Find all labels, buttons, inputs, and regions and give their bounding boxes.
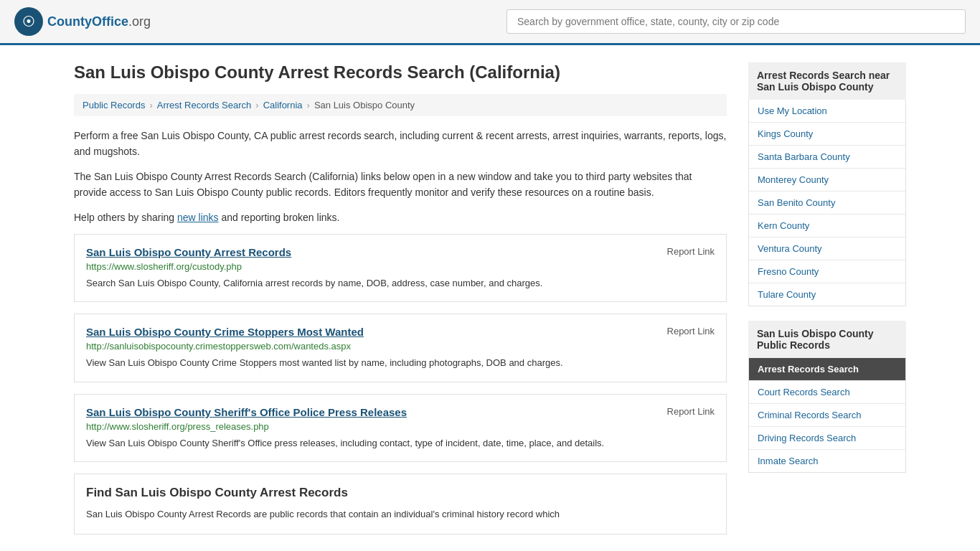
sidebar-nearby-list: Use My Location Kings County Santa Barba… [748,100,906,306]
arrest-records-search-link[interactable]: Arrest Records Search [749,358,905,380]
description-para3-after: and reporting broken links. [219,212,340,223]
tulare-county-link[interactable]: Tulare County [749,283,905,306]
record-desc-2: View San Luis Obispo County Crime Stoppe… [86,356,715,370]
page-title: San Luis Obispo County Arrest Records Se… [74,62,727,83]
sidebar-criminal-records-search[interactable]: Criminal Records Search [749,404,905,427]
sidebar-public-records-title: San Luis Obispo County Public Records [748,321,906,358]
sidebar: Arrest Records Search near San Luis Obis… [748,62,906,534]
sidebar-use-location[interactable]: Use My Location [749,100,905,123]
sidebar-county-fresno[interactable]: Fresno County [749,260,905,283]
record-desc-3: View San Luis Obispo County Sheriff's Of… [86,436,715,451]
sidebar-public-records-list: Arrest Records Search Court Records Sear… [748,358,906,473]
record-url-1: https://www.slosheriff.org/custody.php [86,261,715,272]
report-link-1[interactable]: Report Link [667,246,715,257]
breadcrumb: Public Records › Arrest Records Search ›… [74,94,727,116]
description-para3: Help others by sharing new links and rep… [74,209,727,225]
santa-barbara-county-link[interactable]: Santa Barbara County [749,146,905,168]
description-para3-before: Help others by sharing [74,212,177,223]
breadcrumb-sep-2: › [255,100,258,110]
find-section: Find San Luis Obispo County Arrest Recor… [74,474,727,534]
san-benito-county-link[interactable]: San Benito County [749,192,905,214]
record-url-2: http://sanluisobispocounty.crimestoppers… [86,341,715,352]
sidebar-county-monterey[interactable]: Monterey County [749,169,905,192]
logo[interactable]: ⦿ CountyOffice.org [14,7,151,36]
new-links-link[interactable]: new links [177,212,219,223]
sidebar-county-santa-barbara[interactable]: Santa Barbara County [749,146,905,169]
record-title-3[interactable]: San Luis Obispo County Sheriff's Office … [86,406,407,418]
ventura-county-link[interactable]: Ventura County [749,237,905,260]
fresno-county-link[interactable]: Fresno County [749,260,905,283]
record-title-2[interactable]: San Luis Obispo County Crime Stoppers Mo… [86,326,364,338]
breadcrumb-link-arrest-records-search[interactable]: Arrest Records Search [157,100,252,110]
record-desc-1: Search San Luis Obispo County, Californi… [86,276,715,291]
record-url-3: http://www.slosheriff.org/press_releases… [86,421,715,432]
find-section-title: Find San Luis Obispo County Arrest Recor… [86,486,715,500]
record-entry-2: San Luis Obispo County Crime Stoppers Mo… [74,314,727,382]
record-header-1: San Luis Obispo County Arrest Records Re… [86,246,715,258]
sidebar-driving-records-search[interactable]: Driving Records Search [749,427,905,450]
breadcrumb-link-california[interactable]: California [263,100,303,110]
breadcrumb-sep-1: › [149,100,152,110]
inmate-search-link[interactable]: Inmate Search [749,450,905,472]
description-para2: The San Luis Obispo County Arrest Record… [74,169,727,201]
monterey-county-link[interactable]: Monterey County [749,169,905,191]
breadcrumb-link-public-records[interactable]: Public Records [83,100,145,110]
logo-icon: ⦿ [14,7,43,36]
main-content: San Luis Obispo County Arrest Records Se… [74,62,727,534]
find-section-desc: San Luis Obispo County Arrest Records ar… [86,507,715,522]
description-para1: Perform a free San Luis Obispo County, C… [74,128,727,160]
report-link-2[interactable]: Report Link [667,326,715,336]
sidebar-county-san-benito[interactable]: San Benito County [749,192,905,215]
sidebar-arrest-records-search[interactable]: Arrest Records Search [749,358,905,381]
criminal-records-search-link[interactable]: Criminal Records Search [749,404,905,426]
record-header-2: San Luis Obispo County Crime Stoppers Mo… [86,326,715,338]
driving-records-search-link[interactable]: Driving Records Search [749,427,905,449]
logo-text: CountyOffice.org [47,14,151,29]
record-header-3: San Luis Obispo County Sheriff's Office … [86,406,715,418]
breadcrumb-current: San Luis Obispo County [314,100,415,110]
sidebar-inmate-search[interactable]: Inmate Search [749,450,905,472]
court-records-search-link[interactable]: Court Records Search [749,381,905,403]
sidebar-county-tulare[interactable]: Tulare County [749,283,905,306]
breadcrumb-sep-3: › [307,100,310,110]
site-header: ⦿ CountyOffice.org [0,0,980,45]
sidebar-nearby-title: Arrest Records Search near San Luis Obis… [748,62,906,100]
report-link-3[interactable]: Report Link [667,406,715,417]
record-title-1[interactable]: San Luis Obispo County Arrest Records [86,246,291,258]
content-wrapper: San Luis Obispo County Arrest Records Se… [60,45,920,551]
kings-county-link[interactable]: Kings County [749,123,905,145]
record-entry-3: San Luis Obispo County Sheriff's Office … [74,394,727,463]
sidebar-county-kern[interactable]: Kern County [749,215,905,237]
sidebar-county-kings[interactable]: Kings County [749,123,905,146]
use-location-link[interactable]: Use My Location [749,100,905,122]
sidebar-court-records-search[interactable]: Court Records Search [749,381,905,404]
sidebar-county-ventura[interactable]: Ventura County [749,237,905,260]
search-input[interactable] [507,9,966,34]
record-entry-1: San Luis Obispo County Arrest Records Re… [74,234,727,303]
kern-county-link[interactable]: Kern County [749,215,905,237]
